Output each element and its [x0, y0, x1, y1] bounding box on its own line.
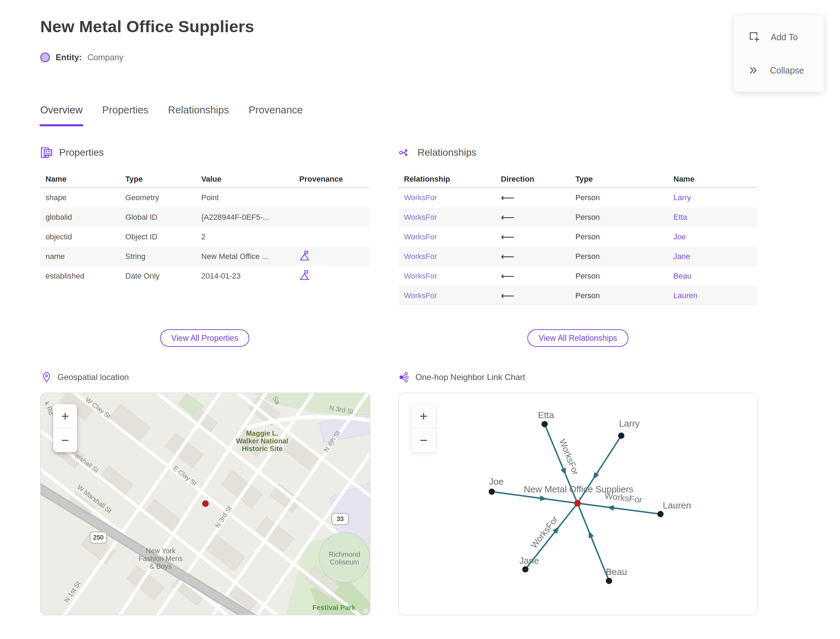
view-all-properties-button[interactable]: View All Properties [160, 329, 249, 347]
relationship-link[interactable]: WorksFor [404, 291, 437, 300]
add-to-button[interactable]: Add To [733, 31, 824, 43]
property-type: Global ID [120, 213, 196, 222]
relationship-name-link[interactable]: Lauren [673, 291, 698, 300]
node-center[interactable] [574, 500, 581, 507]
relationship-name-link[interactable]: Etta [673, 213, 687, 221]
relationship-link[interactable]: WorksFor [404, 193, 437, 202]
node-jane[interactable] [522, 566, 528, 572]
edge-arrowhead [561, 467, 566, 475]
node-etta[interactable] [541, 421, 548, 427]
relationship-type: Person [570, 272, 668, 281]
entity-type-icon [40, 52, 50, 62]
link-chart-icon [399, 372, 410, 383]
edge-arrowhead [593, 472, 599, 479]
relationship-row-joe: WorksFor⟵PersonJoe [399, 227, 757, 247]
properties-table: NameTypeValueProvenance shapeGeometryPoi… [40, 171, 370, 286]
edge-arrowhead [589, 531, 594, 539]
link-chart-zoom-out-button[interactable]: − [412, 428, 435, 452]
property-type: String [120, 252, 196, 261]
property-row-objectid: objectidObject ID2 [40, 227, 370, 247]
property-value: New Metal Office ... [196, 252, 294, 261]
property-value: Point [196, 193, 294, 202]
tab-bar: OverviewPropertiesRelationshipsProvenanc… [40, 104, 303, 126]
property-row-shape: shapeGeometryPoint [40, 188, 370, 208]
properties-section-title: Properties [59, 147, 104, 158]
relationship-link[interactable]: WorksFor [404, 213, 437, 221]
relationship-name-link[interactable]: Beau [673, 272, 691, 280]
properties-col-type: Type [120, 175, 196, 184]
add-to-icon [748, 31, 761, 43]
node-label-joe: Joe [489, 476, 504, 487]
property-provenance [294, 250, 370, 263]
relationship-type: Person [570, 232, 668, 242]
map-attribution-toggle[interactable] [363, 609, 369, 614]
property-name: objectid [40, 232, 120, 242]
property-row-globalid: globalidGlobal ID{A228944F-0EF5-... [40, 208, 370, 227]
collapse-label: Collapse [770, 65, 804, 76]
relationship-link[interactable]: WorksFor [404, 252, 437, 261]
node-label-larry: Larry [619, 418, 640, 429]
node-beau[interactable] [606, 578, 612, 584]
node-label-jane: Jane [519, 555, 539, 566]
tab-provenance[interactable]: Provenance [248, 104, 303, 126]
map[interactable]: 25033 k RdW Clay StSaarshall StW Marshal… [40, 393, 370, 615]
tab-properties[interactable]: Properties [102, 104, 148, 126]
relationships-section-header: Relationships [399, 146, 476, 159]
map-zoom-in-button[interactable]: + [53, 404, 77, 428]
map-place-label: Festival Park [312, 604, 356, 611]
map-zoom-out-button[interactable]: − [53, 428, 77, 452]
relationships-col-name: Name [668, 175, 757, 184]
edge-label: WorksFor [558, 437, 581, 476]
relationships-section-title: Relationships [418, 147, 476, 158]
relationship-name-link[interactable]: Jane [673, 252, 690, 261]
map-pin-icon [41, 372, 52, 383]
node-joe[interactable] [488, 488, 495, 495]
add-to-label: Add To [771, 32, 798, 42]
node-label-beau: Beau [606, 567, 627, 577]
link-chart-canvas[interactable]: WorksForWorksForWorksForEttaLarryJoeLaur… [399, 393, 757, 615]
map-canvas[interactable]: 25033 k RdW Clay StSaarshall StW Marshal… [41, 393, 370, 615]
entity-type-value: Company [88, 52, 124, 62]
property-type: Object ID [120, 232, 196, 242]
relationship-link[interactable]: WorksFor [404, 232, 437, 241]
property-type: Geometry [120, 193, 196, 202]
link-chart-section-title: One-hop Neighbor Link Chart [415, 372, 525, 382]
collapse-button[interactable]: Collapse [733, 64, 824, 76]
edge-beau [578, 503, 609, 581]
relationship-name-link[interactable]: Larry [673, 193, 691, 202]
property-provenance [294, 269, 370, 283]
relationship-row-lauren: WorksFor⟵PersonLauren [399, 286, 757, 305]
link-chart-section-header: One-hop Neighbor Link Chart [399, 372, 525, 383]
node-lauren[interactable] [657, 511, 663, 517]
tab-overview[interactable]: Overview [40, 104, 83, 126]
relationships-table: RelationshipDirectionTypeName WorksFor⟵P… [399, 171, 757, 305]
property-row-established: establishedDate Only2014-01-23 [40, 266, 370, 286]
properties-section-header: Properties [40, 146, 104, 159]
relationship-name-link[interactable]: Joe [673, 232, 686, 241]
relationships-table-header: RelationshipDirectionTypeName [399, 171, 757, 188]
relationships-col-type: Type [570, 175, 668, 184]
property-name: name [40, 252, 120, 261]
relationship-direction: ⟵ [496, 212, 570, 223]
route-shield-number: 250 [93, 534, 103, 541]
relationship-link[interactable]: WorksFor [404, 272, 437, 280]
property-name: established [40, 272, 120, 281]
relationships-icon [399, 146, 411, 159]
view-all-relationships-button[interactable]: View All Relationships [527, 329, 628, 347]
node-larry[interactable] [618, 432, 624, 439]
node-label-center: New Metal Office Suppliers [523, 484, 633, 494]
actions-panel: Add To Collapse [733, 15, 824, 92]
link-chart-zoom-control: + − [412, 404, 435, 452]
map-location-marker [203, 501, 208, 507]
provenance-flag-icon[interactable] [299, 269, 310, 281]
relationship-type: Person [570, 252, 668, 261]
link-chart-zoom-in-button[interactable]: + [412, 404, 435, 428]
provenance-flag-icon[interactable] [299, 250, 310, 261]
link-chart[interactable]: WorksForWorksForWorksForEttaLarryJoeLaur… [399, 393, 758, 615]
tab-relationships[interactable]: Relationships [168, 104, 229, 126]
edge-arrowhead [540, 496, 547, 501]
properties-col-value: Value [196, 175, 294, 184]
route-shield-number: 33 [337, 515, 344, 523]
property-name: shape [40, 193, 120, 202]
node-label-lauren: Lauren [663, 500, 691, 510]
